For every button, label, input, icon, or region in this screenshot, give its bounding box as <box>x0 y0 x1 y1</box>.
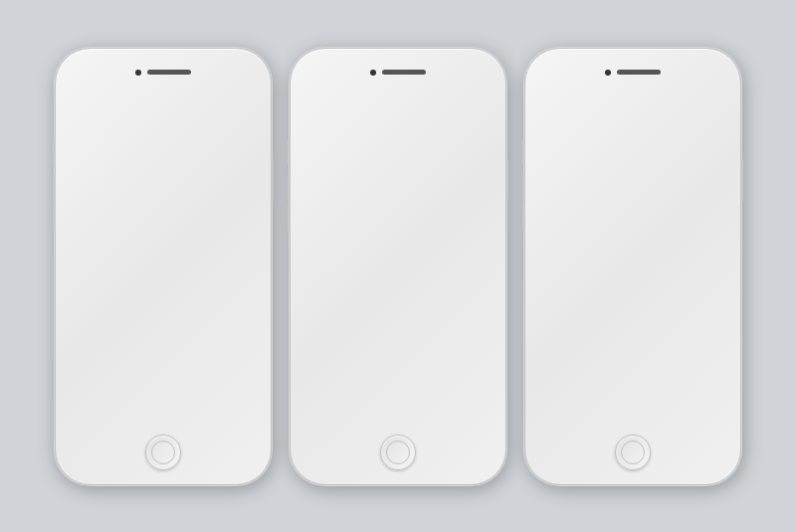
search-icon-3: 🔍 <box>550 129 560 139</box>
blur-screen: Clear All Notifications 📞 <box>301 101 495 422</box>
medium-body: Slack published "The Slack Workspace Man… <box>77 186 250 208</box>
notif-instagram-app: ◎ INSTAGRAM <box>77 296 139 308</box>
camera-dot-1 <box>135 70 141 76</box>
status-time-1: 9:41 AM <box>145 105 175 114</box>
status-bar-3: ▾ ✈ 9:41 AM 100% <box>536 101 729 119</box>
phone-top-2 <box>358 67 438 79</box>
phone-time: 5:57 PM <box>224 377 250 384</box>
bar4 <box>86 106 89 115</box>
instagram-app-name: INSTAGRAM <box>92 297 139 306</box>
battery-fill-1 <box>238 108 246 111</box>
medium-time: 3h ago <box>229 175 250 182</box>
phone-top-3 <box>593 67 673 79</box>
close-section-button[interactable]: ✕ <box>238 152 252 166</box>
carrier-signal-3: ▾ ✈ <box>544 104 575 115</box>
notif-heartwatch[interactable]: ❤ HEARTWATCH 3h ago High. Your heartrate… <box>71 214 256 246</box>
notif-youtube-header: ▶ YOUTUBE 6:39 PM <box>77 252 250 264</box>
screen-2: Clear All Notifications 📞 <box>301 101 495 422</box>
search-placeholder-3: Search <box>564 129 700 139</box>
bar3-3 <box>551 108 554 115</box>
context-menu[interactable]: Clear All Notifications <box>330 161 466 199</box>
heartwatch-body: High. Your heartrate was 113 bpm at 6:10… <box>77 231 250 242</box>
notif-instagram-header: ◎ INSTAGRAM 6:23 PM <box>77 296 250 308</box>
notif-phone-header: 📞 PHONE 5:57 PM <box>77 375 250 387</box>
phone-top-1 <box>123 67 203 79</box>
medium-app-name: MEDIUM <box>92 174 123 183</box>
phone-call-icon-2: 📞 <box>392 405 404 416</box>
bar2-3 <box>548 110 551 115</box>
bar1 <box>75 112 78 115</box>
camera-dot-3 <box>605 70 611 76</box>
speaker-bar-2 <box>382 70 426 75</box>
heartwatch-time: 3h ago <box>229 220 250 227</box>
screen-1: ▾ ✈ 9:41 AM 100% 🔍 Search 🎤 Missed ✕ <box>67 101 260 422</box>
notif-heartwatch-header: ❤ HEARTWATCH 3h ago <box>77 218 250 230</box>
notif-medium[interactable]: M MEDIUM 3h ago Slack published "The Sla… <box>71 169 256 212</box>
medium-app-icon: M <box>77 173 89 185</box>
phone-1: ▾ ✈ 9:41 AM 100% 🔍 Search 🎤 Missed ✕ <box>55 48 272 485</box>
instagram-body: idownloadblog just posted a photo. <box>77 309 250 320</box>
notifications-list: M MEDIUM 3h ago Slack published "The Sla… <box>67 169 260 404</box>
notif-heartwatch-app: ❤ HEARTWATCH <box>77 218 147 230</box>
home-button-2[interactable] <box>380 435 416 470</box>
notif-youtube[interactable]: ▶ YOUTUBE 6:39 PM myjailbreakmovies just… <box>71 248 256 290</box>
status-right-3: 100% <box>685 106 721 113</box>
no-notifications-text: No Notifications <box>587 268 678 283</box>
notif-instagram[interactable]: ◎ INSTAGRAM 6:23 PM idownloadblog just p… <box>71 292 256 324</box>
signal-bars-1 <box>75 104 92 115</box>
wifi-icon: ▾ ✈ <box>95 106 106 114</box>
bar5 <box>89 104 92 115</box>
status-right-1: 100% <box>215 106 252 113</box>
screen-3: ▾ ✈ 9:41 AM 100% 🔍 Search 🎤 No Notificat… <box>536 101 729 422</box>
search-icon-1: 🔍 <box>81 129 91 139</box>
youtube-app-name: YOUTUBE <box>92 253 130 262</box>
notifications-screen: ▾ ✈ 9:41 AM 100% 🔍 Search 🎤 Missed ✕ <box>67 101 260 422</box>
notif-youtube-app: ▶ YOUTUBE <box>77 252 130 264</box>
status-time-3: 9:41 AM <box>615 105 645 114</box>
youtube-body: myjailbreakmovies just uploaded a video:… <box>77 265 250 286</box>
section-title-missed: Missed <box>75 153 111 165</box>
section-header-1: Missed ✕ <box>67 149 260 169</box>
notif-medium-app: M MEDIUM <box>77 173 123 185</box>
periscope-app-name: PERISCOPE <box>92 331 137 340</box>
bar3 <box>82 108 85 115</box>
status-bar-1: ▾ ✈ 9:41 AM 100% <box>67 101 260 119</box>
battery-fill-3 <box>707 108 715 111</box>
mic-icon-3: 🎤 <box>704 129 715 139</box>
notif-medium-header: M MEDIUM 3h ago <box>77 173 250 185</box>
periscope-time: 6:02 PM <box>224 332 250 339</box>
phone-app-icon: 📞 <box>77 375 89 387</box>
wifi-icon-3: ▾ ✈ <box>564 106 576 114</box>
phone-2: Clear All Notifications 📞 <box>290 48 506 485</box>
periscope-app-icon: 📡 <box>77 330 89 342</box>
youtube-app-icon: ▶ <box>77 252 89 264</box>
speaker-bar-1 <box>147 70 191 75</box>
mic-icon-1: 🎤 <box>235 129 246 139</box>
phone-app-name: PHONE <box>92 376 119 385</box>
notif-periscope[interactable]: 📡 PERISCOPE 6:02 PM @kayvon wants you to… <box>71 326 256 369</box>
youtube-time: 6:39 PM <box>224 254 250 261</box>
bar5-3 <box>558 104 561 115</box>
battery-icon-3 <box>705 106 721 113</box>
home-button-inner-1 <box>151 441 175 464</box>
notif-periscope-app: 📡 PERISCOPE <box>77 330 137 342</box>
home-button-1[interactable] <box>145 435 181 470</box>
carrier-signal-1: ▾ ✈ <box>75 104 105 115</box>
search-bar-1[interactable]: 🔍 Search 🎤 <box>73 123 254 145</box>
bar2 <box>79 110 82 115</box>
search-bar-3[interactable]: 🔍 Search 🎤 <box>542 123 723 145</box>
notif-periscope-header: 📡 PERISCOPE 6:02 PM <box>77 330 250 342</box>
bar4-3 <box>555 106 558 115</box>
no-notifications-area: No Notifications <box>536 149 729 404</box>
phone-call-icon-1: 📞 <box>157 407 169 418</box>
speaker-bar-3 <box>617 70 661 75</box>
notif-phone[interactable]: 📞 PHONE 5:57 PM <box>71 371 256 392</box>
search-placeholder-1: Search <box>95 129 231 139</box>
home-button-3[interactable] <box>615 435 651 470</box>
notif-phone-app: 📞 PHONE <box>77 375 119 387</box>
bar1-3 <box>544 112 547 115</box>
heartwatch-app-icon: ❤ <box>77 218 89 230</box>
instagram-time: 6:23 PM <box>224 298 250 305</box>
home-button-inner-2 <box>386 441 410 464</box>
periscope-body: @kayvon wants you to watch José Andrés's… <box>77 343 250 365</box>
